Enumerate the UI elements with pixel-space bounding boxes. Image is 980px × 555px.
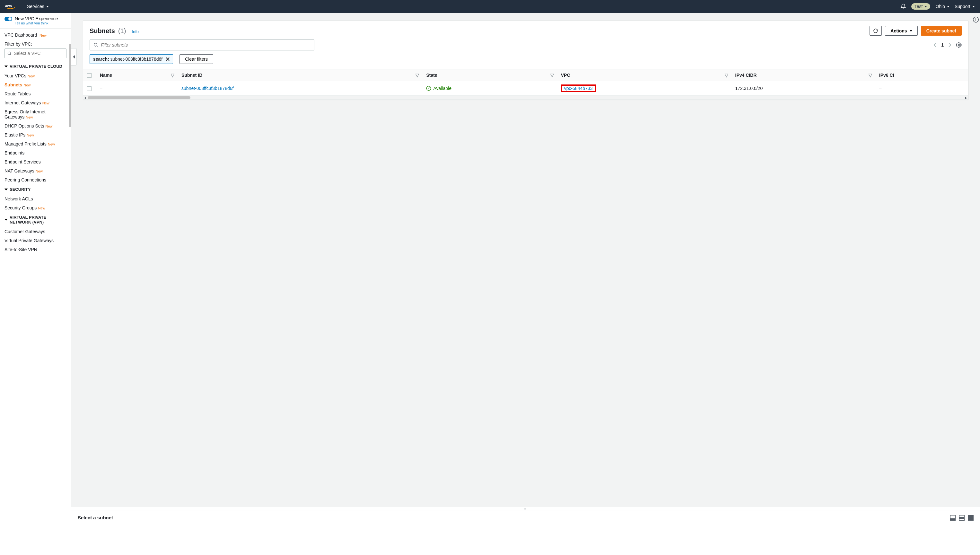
- sidebar-section-vpn[interactable]: VIRTUAL PRIVATE NETWORK (VPN): [0, 212, 71, 227]
- split-handle[interactable]: [71, 507, 980, 510]
- filter-by-vpc-label: Filter by VPC:: [0, 40, 71, 48]
- sidebar-item-dhcp-options[interactable]: DHCP Options SetsNew: [0, 121, 71, 130]
- refresh-button[interactable]: [870, 26, 882, 36]
- col-ipv6[interactable]: IPv6 CI: [875, 69, 968, 81]
- col-name[interactable]: Name▽: [96, 69, 178, 81]
- filter-search-box[interactable]: [90, 40, 314, 50]
- filter-vpc-input[interactable]: [5, 48, 66, 58]
- view-bottom-icon[interactable]: [950, 515, 956, 521]
- info-link[interactable]: Info: [132, 29, 139, 34]
- experience-toggle-row: New VPC Experience Tell us what you thin…: [0, 13, 71, 29]
- vpc-link[interactable]: vpc-5844b733: [564, 86, 593, 91]
- create-subnet-button[interactable]: Create subnet: [921, 26, 962, 36]
- filter-chip: search: subnet-003ffc3f3b1878d6f: [90, 54, 173, 64]
- scroll-right-icon[interactable]: ►: [964, 96, 968, 99]
- search-icon: [7, 51, 11, 56]
- top-nav: aws Services Test Ohio Support: [0, 0, 980, 13]
- caret-down-icon: [910, 30, 912, 32]
- view-split-icon[interactable]: [959, 515, 965, 521]
- sidebar-vpc-dashboard[interactable]: VPC Dashboard New: [0, 29, 71, 40]
- sort-icon: ▽: [171, 72, 175, 78]
- page-number: 1: [941, 42, 944, 48]
- col-state[interactable]: State▽: [422, 69, 557, 81]
- cell-name: –: [96, 81, 178, 96]
- experience-feedback-link[interactable]: Tell us what you think: [15, 21, 58, 25]
- svg-text:aws: aws: [5, 4, 12, 8]
- sidebar-item-elastic-ips[interactable]: Elastic IPsNew: [0, 130, 71, 140]
- scroll-thumb[interactable]: [88, 96, 191, 99]
- col-vpc[interactable]: VPC▽: [557, 69, 732, 81]
- sidebar-item-route-tables[interactable]: Route Tables: [0, 89, 71, 98]
- info-panel-toggle[interactable]: [972, 15, 980, 24]
- table-row[interactable]: – subnet-003ffc3f3b1878d6f Available vpc…: [83, 81, 968, 96]
- sidebar-item-peering-connections[interactable]: Peering Connections: [0, 175, 71, 184]
- sort-icon: ▽: [725, 72, 728, 78]
- svg-point-8: [958, 44, 960, 46]
- sidebar-item-site-to-site-vpn[interactable]: Site-to-Site VPN: [0, 245, 71, 254]
- svg-point-5: [976, 18, 976, 18]
- col-subnet-id[interactable]: Subnet ID▽: [178, 69, 422, 81]
- sidebar-item-egress-gateways[interactable]: Egress Only Internet GatewaysNew: [0, 107, 71, 121]
- settings-icon[interactable]: [956, 42, 962, 48]
- caret-down-icon: [5, 189, 8, 191]
- sidebar-item-managed-prefix-lists[interactable]: Managed Prefix ListsNew: [0, 140, 71, 148]
- scroll-left-icon[interactable]: ◄: [83, 96, 87, 99]
- region-label: Ohio: [935, 4, 945, 9]
- account-menu[interactable]: Test: [911, 3, 930, 10]
- status-badge: Available: [426, 86, 553, 91]
- sidebar-scrollbar[interactable]: [69, 44, 71, 127]
- actions-button[interactable]: Actions: [885, 26, 918, 36]
- caret-down-icon: [46, 6, 49, 7]
- sidebar-item-nat-gateways[interactable]: NAT GatewaysNew: [0, 166, 71, 175]
- subnet-id-link[interactable]: subnet-003ffc3f3b1878d6f: [181, 86, 234, 91]
- cell-ipv6: –: [875, 81, 968, 96]
- page-count: (1): [118, 27, 126, 35]
- sidebar-item-security-groups[interactable]: Security GroupsNew: [0, 203, 71, 212]
- support-menu[interactable]: Support: [954, 4, 975, 9]
- svg-point-6: [94, 43, 97, 46]
- caret-down-icon: [924, 6, 927, 7]
- clear-filters-button[interactable]: Clear filters: [179, 54, 213, 64]
- view-full-icon[interactable]: [968, 515, 974, 521]
- support-label: Support: [954, 4, 970, 9]
- row-checkbox[interactable]: [87, 87, 91, 91]
- cell-ipv4: 172.31.0.0/20: [732, 81, 875, 96]
- subnets-table: Name▽ Subnet ID▽ State▽ VPC▽ IPv4 CIDR▽ …: [83, 69, 968, 96]
- sidebar-item-network-acls[interactable]: Network ACLs: [0, 194, 71, 203]
- caret-down-icon: [5, 219, 8, 221]
- sidebar-item-subnets[interactable]: SubnetsNew: [0, 80, 71, 89]
- main-content: Subnets (1) Info Actions Create: [71, 13, 980, 555]
- sidebar-item-customer-gateways[interactable]: Customer Gateways: [0, 227, 71, 236]
- page-next[interactable]: [948, 42, 951, 48]
- sort-icon: ▽: [550, 72, 554, 78]
- services-label: Services: [27, 4, 44, 9]
- services-menu[interactable]: Services: [27, 4, 49, 9]
- page-title: Subnets: [90, 27, 115, 35]
- select-all-checkbox[interactable]: [87, 73, 91, 78]
- region-menu[interactable]: Ohio: [935, 4, 950, 9]
- sidebar-item-endpoint-services[interactable]: Endpoint Services: [0, 157, 71, 166]
- svg-point-1: [8, 52, 10, 54]
- sidebar-item-internet-gateways[interactable]: Internet GatewaysNew: [0, 98, 71, 107]
- aws-logo[interactable]: aws: [5, 3, 19, 9]
- chip-remove-icon[interactable]: [166, 57, 170, 61]
- sidebar-item-your-vpcs[interactable]: Your VPCsNew: [0, 71, 71, 80]
- sidebar-item-virtual-private-gateways[interactable]: Virtual Private Gateways: [0, 236, 71, 245]
- new-experience-toggle[interactable]: [5, 17, 12, 21]
- page-prev[interactable]: [934, 42, 937, 48]
- filter-input[interactable]: [101, 42, 311, 48]
- sidebar-section-vpc[interactable]: VIRTUAL PRIVATE CLOUD: [0, 61, 71, 71]
- col-ipv4[interactable]: IPv4 CIDR▽: [732, 69, 875, 81]
- sort-icon: ▽: [415, 72, 419, 78]
- sidebar-section-security[interactable]: SECURITY: [0, 184, 71, 194]
- subnets-panel: Subnets (1) Info Actions Create: [83, 21, 969, 100]
- svg-line-7: [97, 46, 98, 47]
- svg-point-11: [427, 87, 431, 91]
- notifications-icon[interactable]: [900, 3, 906, 9]
- caret-down-icon: [5, 66, 8, 67]
- horizontal-scrollbar[interactable]: ◄ ►: [83, 96, 968, 99]
- svg-line-2: [10, 54, 11, 55]
- sidebar-item-endpoints[interactable]: Endpoints: [0, 148, 71, 157]
- sidebar: New VPC Experience Tell us what you thin…: [0, 13, 71, 555]
- details-pane: Select a subnet: [71, 510, 980, 555]
